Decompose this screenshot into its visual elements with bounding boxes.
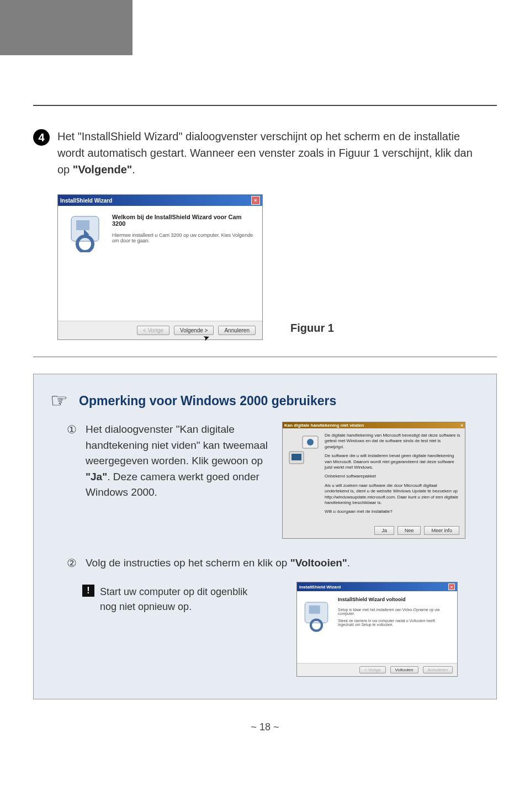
digital-signature-dialog: Kan digitale handtekening niet vinden × …	[282, 422, 465, 539]
svg-rect-2	[76, 220, 89, 230]
svg-point-6	[307, 439, 314, 445]
dlg-line4: Als u wilt zoeken naar software die door…	[325, 483, 460, 506]
horizontal-rule-thin	[33, 357, 497, 357]
dlg-close-icon[interactable]: ×	[460, 423, 463, 428]
wizard1-back-button[interactable]: < Vorige	[137, 326, 169, 335]
dlg-line3: Onbekend softwarepakket	[325, 474, 460, 479]
install-wizard-dialog-1: InstallShield Wizard × Welkom bij de Ins…	[57, 194, 263, 340]
dlg-line2: De software die u wilt installeren bevat…	[325, 453, 460, 470]
horizontal-rule	[33, 105, 497, 106]
dlg-yes-button[interactable]: Ja	[374, 526, 394, 535]
wizard-graphic-icon	[303, 597, 330, 635]
note1-a: Het dialoogvenster "Kan digitale handtek…	[86, 423, 268, 466]
warning-text: Start uw computer op dit ogenblik nog ni…	[100, 585, 266, 614]
pointing-hand-icon: ☞	[50, 391, 68, 411]
dlg-line1: De digitale handtekening van Microsoft b…	[325, 433, 460, 450]
circled-2-icon: ②	[67, 556, 77, 570]
wizard2-body1: Setup is klaar met het installeren van V…	[338, 608, 452, 615]
note2-c: .	[347, 557, 350, 569]
page-number: ~ 18 ~	[33, 721, 497, 733]
figure-1-row: InstallShield Wizard × Welkom bij de Ins…	[57, 194, 497, 340]
dlg-graphic-icon	[287, 433, 320, 466]
wizard1-heading: Welkom bij de InstallShield Wizard voor …	[112, 214, 255, 227]
install-wizard-dialog-2: InstallShield Wizard × InstallShield Wiz…	[296, 582, 458, 677]
wizard2-heading: InstallShield Wizard voltooid	[338, 597, 452, 602]
note-title: Opmerking voor Windows 2000 gebruikers	[79, 394, 336, 408]
note-item-1-text: Het dialoogvenster "Kan digitale handtek…	[86, 422, 273, 501]
close-icon[interactable]: ×	[251, 196, 260, 205]
warning-row: ! Start uw computer op dit ogenblik nog …	[82, 585, 285, 614]
wizard1-title: InstallShield Wizard	[60, 198, 112, 204]
circled-1-icon: ①	[67, 423, 77, 436]
note2-bold: "Voltooien"	[290, 557, 347, 569]
svg-rect-4	[292, 454, 301, 460]
figure-1-label: Figuur 1	[290, 322, 334, 340]
page-content: 4 Het "InstallShield Wizard" dialoogvens…	[0, 55, 530, 750]
note1-c: . Deze camera werkt goed onder Windows 2…	[86, 471, 259, 498]
wizard-graphic-icon	[66, 214, 104, 313]
dlg-more-button[interactable]: Meer info	[424, 526, 459, 535]
wizard1-cancel-button[interactable]: Annuleren	[218, 326, 256, 335]
close-icon[interactable]: ×	[448, 583, 455, 590]
note-box: ☞ Opmerking voor Windows 2000 gebruikers…	[33, 374, 497, 699]
wizard2-body2: Steek de camera in uw computer nadat u V…	[338, 619, 452, 627]
step-4: 4 Het "InstallShield Wizard" dialoogvens…	[33, 128, 480, 178]
step4-text-bold: "Volgende"	[73, 163, 132, 176]
dlg-line5: Wilt u doorgaan met de installatie?	[325, 509, 460, 514]
note2-a: Volg de instructies op het scherm en kli…	[86, 557, 290, 569]
dlg-no-button[interactable]: Nee	[398, 526, 421, 535]
wizard2-title: InstallShield Wizard	[299, 585, 341, 590]
dlg-title: Kan digitale handtekening niet vinden	[284, 423, 364, 428]
header-band	[0, 0, 132, 55]
svg-rect-9	[309, 606, 320, 614]
warning-icon: !	[82, 585, 94, 597]
wizard1-titlebar: InstallShield Wizard ×	[58, 195, 262, 206]
step-text: Het "InstallShield Wizard" dialoogvenste…	[57, 128, 480, 178]
step-number-badge: 4	[33, 129, 50, 146]
wizard2-cancel-button[interactable]: Annuleren	[423, 666, 453, 673]
wizard2-back-button[interactable]: < Vorige	[359, 666, 386, 673]
wizard2-finish-button[interactable]: Voltooien	[390, 666, 418, 673]
note-item-2: ② Volg de instructies op het scherm en k…	[67, 555, 480, 571]
note-item-1: ① Het dialoogvenster "Kan digitale handt…	[67, 422, 480, 539]
note1-bold: "Ja"	[86, 471, 107, 482]
step4-text-c: .	[132, 163, 135, 176]
wizard1-body: Hiermee installeert u Cam 3200 op uw com…	[112, 232, 255, 243]
note-item-2-text: Volg de instructies op het scherm en kli…	[86, 555, 480, 571]
